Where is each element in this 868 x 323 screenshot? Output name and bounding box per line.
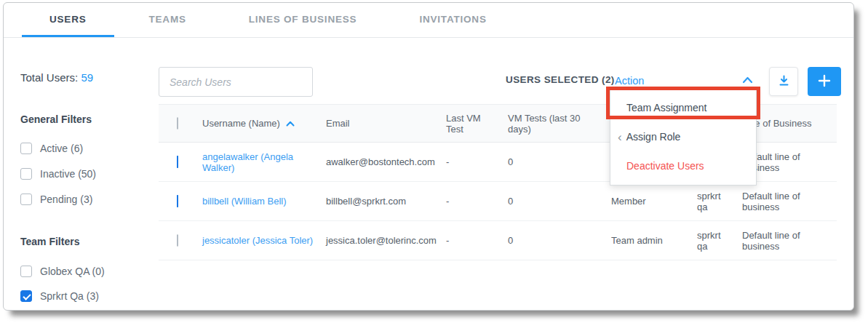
- header-last-vm-test: Last VM Test: [446, 113, 508, 135]
- filter-sprkrt-qa[interactable]: Sprkrt Qa (3): [20, 290, 159, 302]
- app-window: USERS TEAMS LINES OF BUSINESS INVITATION…: [3, 2, 854, 311]
- filter-active[interactable]: Active (6): [20, 143, 159, 154]
- vm-tests-cell: 0: [508, 196, 611, 207]
- row-checkbox[interactable]: [177, 156, 178, 168]
- table-row: billbell (William Bell) billbell@sprkrt.…: [159, 182, 837, 221]
- search-input[interactable]: [159, 67, 313, 97]
- filter-inactive-checkbox[interactable]: [20, 168, 32, 180]
- filter-sprkrt-label: Sprkrt Qa (3): [40, 290, 99, 302]
- filter-globex-label: Globex QA (0): [40, 266, 105, 277]
- tab-bar: USERS TEAMS LINES OF BUSINESS INVITATION…: [4, 3, 853, 38]
- chevron-up-icon[interactable]: [742, 73, 753, 87]
- team-cell: sprkrt qa: [697, 191, 742, 212]
- tab-lines-of-business[interactable]: LINES OF BUSINESS: [221, 3, 385, 37]
- select-all-checkbox[interactable]: [177, 117, 178, 129]
- action-dropdown-trigger[interactable]: Action: [615, 75, 644, 87]
- team-filters-title: Team Filters: [20, 236, 159, 247]
- tab-users[interactable]: USERS: [22, 3, 114, 37]
- filter-pending[interactable]: Pending (3): [20, 194, 159, 205]
- header-vm-tests: VM Tests (last 30 days): [508, 113, 611, 135]
- filter-active-label: Active (6): [40, 143, 83, 154]
- filter-globex-qa[interactable]: Globex QA (0): [20, 266, 159, 277]
- email-cell: jessica.toler@tolerinc.com: [326, 235, 446, 246]
- vm-tests-cell: 0: [508, 235, 611, 246]
- line-of-business-cell: Default line of business: [742, 230, 837, 252]
- team-filters-group: Team Filters Globex QA (0) Sprkrt Qa (3): [20, 236, 159, 302]
- header-email: Email: [326, 118, 446, 129]
- username-link[interactable]: angelawalker (Angela Walker): [202, 151, 293, 173]
- plus-icon: [817, 73, 832, 90]
- username-link[interactable]: jessicatoler (Jessica Toler): [202, 235, 313, 246]
- team-cell: sprkrt qa: [697, 230, 742, 252]
- menu-item-deactivate-users[interactable]: Deactivate Users: [610, 151, 756, 180]
- header-username[interactable]: Username (Name): [202, 118, 326, 129]
- tab-teams[interactable]: TEAMS: [122, 3, 214, 37]
- action-dropdown-menu: Team Assignment ‹ Assign Role Deactivate…: [610, 88, 757, 186]
- filter-globex-checkbox[interactable]: [20, 266, 32, 277]
- vm-tests-cell: 0: [508, 156, 611, 167]
- menu-item-assign-role[interactable]: ‹ Assign Role: [610, 122, 756, 151]
- general-filters-title: General Filters: [20, 113, 159, 125]
- filter-active-checkbox[interactable]: [20, 143, 32, 154]
- sidebar: Total Users: 59 General Filters Active (…: [4, 38, 159, 311]
- content-area: Total Users: 59 General Filters Active (…: [4, 38, 853, 311]
- filter-inactive[interactable]: Inactive (50): [20, 168, 159, 180]
- chevron-left-icon: ‹: [618, 131, 622, 143]
- row-checkbox[interactable]: [177, 234, 178, 247]
- download-button[interactable]: [769, 67, 798, 96]
- email-cell: billbell@sprkrt.com: [326, 196, 446, 207]
- last-vm-test-cell: -: [446, 235, 508, 246]
- select-all-cell: [159, 118, 202, 129]
- role-cell: Team admin: [611, 235, 697, 246]
- role-cell: Member: [611, 196, 697, 207]
- menu-item-team-assignment[interactable]: Team Assignment: [610, 93, 756, 122]
- add-user-button[interactable]: [808, 67, 841, 96]
- last-vm-test-cell: -: [446, 196, 508, 207]
- last-vm-test-cell: -: [446, 156, 508, 167]
- line-of-business-cell: Default line of business: [742, 191, 837, 212]
- total-users-count: 59: [81, 71, 93, 84]
- table-row: jessicatoler (Jessica Toler) jessica.tol…: [159, 221, 837, 260]
- assign-role-label: Assign Role: [626, 131, 681, 143]
- total-users: Total Users: 59: [20, 71, 159, 84]
- users-selected-label: USERS SELECTED (2): [506, 74, 615, 85]
- main-panel: USERS SELECTED (2) Action: [159, 38, 853, 311]
- total-users-label: Total Users:: [20, 71, 78, 84]
- username-link[interactable]: billbell (William Bell): [202, 196, 287, 207]
- download-icon: [778, 74, 790, 89]
- filter-pending-label: Pending (3): [40, 194, 92, 205]
- filter-inactive-label: Inactive (50): [40, 168, 96, 180]
- filter-pending-checkbox[interactable]: [20, 194, 32, 205]
- filter-sprkrt-checkbox[interactable]: [20, 290, 32, 302]
- sort-ascending-icon[interactable]: [286, 118, 295, 129]
- email-cell: awalker@bostontech.com: [326, 156, 446, 167]
- tab-invitations[interactable]: INVITATIONS: [391, 3, 514, 37]
- row-checkbox[interactable]: [177, 195, 178, 207]
- general-filters-group: General Filters Active (6) Inactive (50)…: [20, 113, 159, 205]
